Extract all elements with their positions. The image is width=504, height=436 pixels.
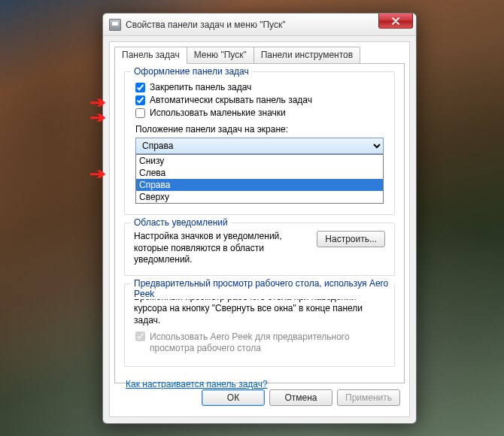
position-select[interactable]: Справа [135, 138, 384, 154]
ok-button[interactable]: ОК [202, 389, 265, 406]
aero-peek-checkbox-label: Использовать Aero Peek для предварительн… [150, 332, 385, 355]
lock-taskbar-label: Закрепить панель задач [150, 82, 251, 92]
title-bar[interactable]: Свойства панели задач и меню "Пуск" [103, 14, 416, 36]
position-dropdown-list[interactable]: Снизу Слева Справа Сверху [135, 154, 384, 204]
client-area: Панель задач Меню "Пуск" Панели инструме… [109, 41, 410, 417]
position-option-bottom[interactable]: Снизу [136, 155, 383, 167]
small-icons-label: Использовать маленькие значки [150, 107, 286, 118]
position-option-right[interactable]: Справа [136, 179, 383, 191]
dialog-buttons: ОК Отмена Применить [110, 389, 409, 410]
tab-strip: Панель задач Меню "Пуск" Панели инструме… [114, 47, 405, 64]
customize-button[interactable]: Настроить... [317, 231, 385, 247]
window-icon [109, 19, 121, 31]
cancel-button[interactable]: Отмена [269, 389, 332, 406]
help-link[interactable]: Как настраивается панель задач? [126, 379, 268, 389]
taskbar-properties-window: Свойства панели задач и меню "Пуск" Пане… [102, 13, 417, 424]
position-label: Положение панели задач на экране: [135, 124, 385, 135]
aero-peek-title: Предварительный просмотр рабочего стола,… [131, 278, 394, 299]
autohide-row[interactable]: Автоматически скрывать панель задач [135, 95, 385, 105]
notification-area-text: Настройка значков и уведомлений, которые… [134, 231, 309, 266]
notification-area-title: Область уведомлений [131, 217, 231, 228]
tab-body: Оформление панели задач Закрепить панель… [114, 63, 405, 383]
close-icon [392, 17, 399, 25]
aero-peek-checkbox-row: Использовать Aero Peek для предварительн… [135, 332, 385, 355]
position-option-left[interactable]: Слева [136, 167, 383, 179]
position-option-top[interactable]: Сверху [136, 191, 383, 203]
aero-peek-group: Предварительный просмотр рабочего стола,… [124, 283, 395, 367]
notification-area-group: Область уведомлений Настройка значков и … [124, 223, 395, 276]
tab-start-menu[interactable]: Меню "Пуск" [187, 47, 254, 63]
appearance-group-title: Оформление панели задач [131, 66, 252, 77]
window-title: Свойства панели задач и меню "Пуск" [126, 20, 286, 30]
small-icons-row[interactable]: Использовать маленькие значки [135, 107, 385, 118]
tab-toolbars[interactable]: Панели инструментов [254, 47, 360, 63]
small-icons-checkbox[interactable] [135, 108, 145, 118]
appearance-group: Оформление панели задач Закрепить панель… [124, 71, 395, 215]
tab-taskbar[interactable]: Панель задач [114, 47, 187, 64]
aero-peek-checkbox [135, 332, 145, 341]
close-button[interactable] [378, 14, 413, 29]
apply-button[interactable]: Применить [337, 389, 400, 406]
position-dropdown[interactable]: Справа Снизу Слева Справа Сверху [135, 138, 384, 154]
autohide-label: Автоматически скрывать панель задач [150, 95, 312, 105]
autohide-checkbox[interactable] [135, 95, 145, 105]
lock-taskbar-row[interactable]: Закрепить панель задач [135, 82, 385, 92]
lock-taskbar-checkbox[interactable] [135, 83, 145, 92]
